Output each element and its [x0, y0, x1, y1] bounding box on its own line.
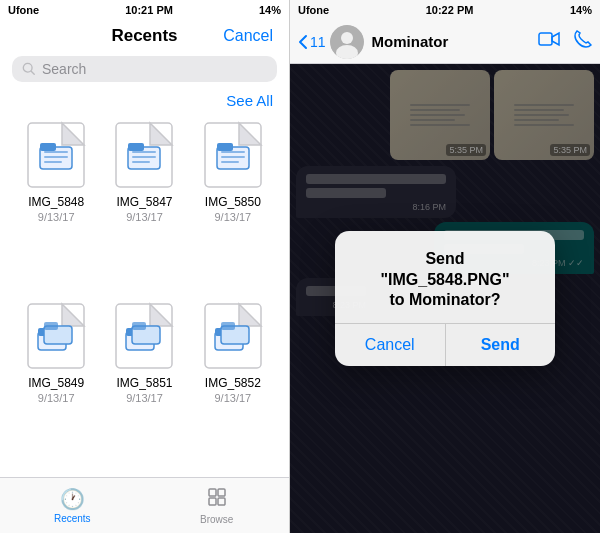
file-date-5: 9/13/17: [214, 392, 251, 404]
phone-call-button[interactable]: [574, 30, 592, 53]
file-item-3[interactable]: IMG_5849 9/13/17: [16, 300, 96, 473]
right-time: 10:22 PM: [426, 4, 474, 16]
file-date-4: 9/13/17: [126, 392, 163, 404]
confirm-dialog: Send "IMG_5848.PNG" to Mominator? Cancel…: [335, 231, 555, 366]
left-tab-bar: 🕐 Recents Browse: [0, 477, 289, 533]
svg-rect-36: [218, 489, 225, 496]
dialog-overlay: Send "IMG_5848.PNG" to Mominator? Cancel…: [290, 64, 600, 533]
dialog-actions: Cancel Send: [335, 323, 555, 366]
back-button[interactable]: 11: [298, 34, 326, 50]
file-item-5[interactable]: IMG_5852 9/13/17: [193, 300, 273, 473]
file-name-5: IMG_5852: [205, 376, 261, 390]
svg-rect-10: [128, 143, 144, 151]
chat-area: 5:35 PM 5:35 PM 8:16 PM: [290, 64, 600, 533]
see-all-row: See All: [0, 88, 289, 115]
svg-rect-7: [44, 161, 62, 163]
svg-rect-34: [221, 322, 235, 330]
contact-avatar[interactable]: [330, 25, 364, 59]
file-date-3: 9/13/17: [38, 392, 75, 404]
header-actions: [538, 30, 592, 53]
tab-recents-label: Recents: [54, 513, 91, 524]
back-count: 11: [310, 34, 326, 50]
tab-browse[interactable]: Browse: [145, 487, 290, 525]
recents-icon: 🕐: [60, 487, 85, 511]
dialog-send-button[interactable]: Send: [446, 324, 556, 366]
svg-rect-13: [132, 161, 150, 163]
file-icon-3: [24, 300, 88, 372]
dialog-content: Send "IMG_5848.PNG" to Mominator?: [335, 231, 555, 323]
right-carrier: Ufone: [298, 4, 329, 16]
search-icon: [22, 62, 36, 76]
file-icon-1: [112, 119, 176, 191]
svg-rect-4: [40, 143, 56, 151]
left-status-bar: Ufone 10:21 PM 14%: [0, 0, 289, 20]
left-time: 10:21 PM: [125, 4, 173, 16]
video-call-button[interactable]: [538, 31, 560, 52]
files-grid: IMG_5848 9/13/17 IMG_5847 9/13/17: [0, 115, 289, 477]
svg-rect-29: [132, 322, 146, 330]
contact-name: Mominator: [372, 33, 534, 50]
svg-rect-19: [221, 161, 239, 163]
right-header: 11 Mominator: [290, 20, 600, 64]
search-bar[interactable]: Search: [12, 56, 277, 82]
svg-rect-35: [209, 489, 216, 496]
svg-rect-17: [221, 151, 245, 153]
search-placeholder: Search: [42, 61, 86, 77]
tab-browse-label: Browse: [200, 514, 233, 525]
svg-rect-37: [209, 498, 216, 505]
right-battery: 14%: [570, 4, 592, 16]
file-name-1: IMG_5847: [116, 195, 172, 209]
file-icon-0: [24, 119, 88, 191]
see-all-link[interactable]: See All: [226, 92, 273, 109]
file-date-1: 9/13/17: [126, 211, 163, 223]
file-name-4: IMG_5851: [116, 376, 172, 390]
left-carrier: Ufone: [8, 4, 39, 16]
file-icon-2: [201, 119, 265, 191]
file-item-0[interactable]: IMG_5848 9/13/17: [16, 119, 96, 292]
left-battery: 14%: [259, 4, 281, 16]
svg-rect-5: [44, 151, 68, 153]
recents-title: Recents: [111, 26, 177, 46]
svg-rect-24: [44, 322, 58, 330]
dialog-to-label: to Mominator?: [389, 291, 500, 308]
file-icon-4: [112, 300, 176, 372]
browse-icon: [207, 487, 227, 512]
file-item-4[interactable]: IMG_5851 9/13/17: [104, 300, 184, 473]
file-date-0: 9/13/17: [38, 211, 75, 223]
file-icon-5: [201, 300, 265, 372]
svg-rect-6: [44, 156, 68, 158]
svg-rect-18: [221, 156, 245, 158]
dialog-cancel-button[interactable]: Cancel: [335, 324, 446, 366]
dialog-filename: "IMG_5848.PNG": [381, 271, 510, 288]
cancel-button[interactable]: Cancel: [223, 27, 273, 45]
dialog-send-label: Send: [425, 250, 464, 267]
file-name-0: IMG_5848: [28, 195, 84, 209]
right-panel: Ufone 10:22 PM 14% 11 Mominator: [290, 0, 600, 533]
tab-recents[interactable]: 🕐 Recents: [0, 487, 145, 524]
svg-point-40: [341, 32, 353, 44]
left-header: Recents Cancel: [0, 20, 289, 50]
svg-rect-16: [217, 143, 233, 151]
left-panel: Ufone 10:21 PM 14% Recents Cancel Search…: [0, 0, 290, 533]
dialog-title: Send "IMG_5848.PNG" to Mominator?: [351, 249, 539, 311]
svg-rect-12: [132, 156, 156, 158]
svg-rect-38: [218, 498, 225, 505]
file-name-3: IMG_5849: [28, 376, 84, 390]
svg-line-1: [31, 71, 34, 74]
file-item-2[interactable]: IMG_5850 9/13/17: [193, 119, 273, 292]
file-name-2: IMG_5850: [205, 195, 261, 209]
svg-rect-42: [539, 33, 552, 45]
file-item-1[interactable]: IMG_5847 9/13/17: [104, 119, 184, 292]
svg-rect-11: [132, 151, 156, 153]
right-status-bar: Ufone 10:22 PM 14%: [290, 0, 600, 20]
file-date-2: 9/13/17: [214, 211, 251, 223]
